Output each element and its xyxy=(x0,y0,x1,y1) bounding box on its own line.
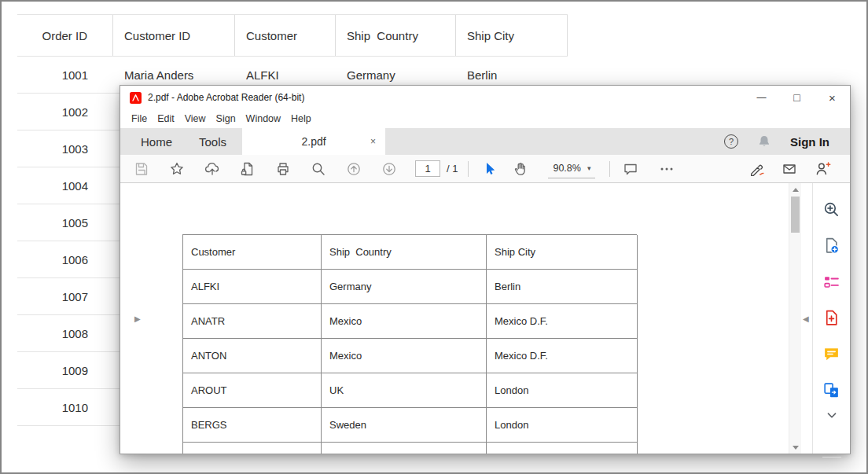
toolbar-divider xyxy=(609,161,610,177)
page-total-label: / 1 xyxy=(447,163,458,175)
grid-header-customer-id[interactable]: Customer ID xyxy=(113,15,235,56)
right-panel-toggle-icon[interactable]: ◀ xyxy=(803,314,809,323)
tab-document[interactable]: 2.pdf × xyxy=(242,128,385,155)
right-panel-strip: ◀ xyxy=(801,183,812,454)
rail-divider xyxy=(822,457,841,457)
grid-cell-order-id: 1003 xyxy=(17,130,113,167)
comment-tool-button[interactable] xyxy=(822,344,842,364)
menu-bar: File Edit View Sign Window Help xyxy=(120,109,850,128)
tab-close-icon[interactable]: × xyxy=(370,136,376,147)
menu-view[interactable]: View xyxy=(185,113,206,124)
toolbar-comment-group xyxy=(620,159,677,179)
pdf-row: AROUT UK London xyxy=(183,373,637,408)
screenshot-root: Order ID Customer ID Customer Ship Count… xyxy=(0,0,868,474)
pdf-cell: ANATR xyxy=(183,304,322,339)
pdf-cell xyxy=(322,443,487,454)
left-panel-toggle-icon[interactable]: ▶ xyxy=(134,314,141,323)
grid-header-customer[interactable]: Customer xyxy=(235,15,336,56)
save-icon xyxy=(134,161,149,177)
grid-header-ship-city[interactable]: Ship City xyxy=(456,15,568,56)
previous-page-button[interactable] xyxy=(344,159,364,179)
help-icon[interactable]: ? xyxy=(724,134,738,149)
protect-page-button[interactable] xyxy=(237,159,258,179)
rail-expand-button[interactable] xyxy=(822,405,842,425)
grid-cell-order-id: 1002 xyxy=(17,94,113,130)
pdf-cell: UK xyxy=(322,373,487,408)
hand-tool-icon xyxy=(513,161,528,177)
page-lock-icon xyxy=(240,161,256,177)
print-button[interactable] xyxy=(273,159,293,179)
maximize-button[interactable]: □ xyxy=(779,86,815,109)
sign-in-account-button[interactable] xyxy=(812,159,833,179)
find-button[interactable] xyxy=(308,159,329,179)
tab-bar: Home Tools 2.pdf × ? Sign In xyxy=(120,128,850,155)
menu-sign[interactable]: Sign xyxy=(216,113,236,124)
hand-tool-button[interactable] xyxy=(510,159,531,179)
pdf-cell: BERGS xyxy=(183,408,322,443)
create-pdf-button[interactable] xyxy=(822,235,842,255)
sign-in-button[interactable]: Sign In xyxy=(790,135,829,149)
menu-edit[interactable]: Edit xyxy=(157,113,175,124)
pdf-cell: ANTON xyxy=(183,339,322,373)
pdf-cell: Mexico D.F. xyxy=(487,304,638,339)
comment-bubble-icon xyxy=(623,161,638,177)
scroll-up-button[interactable] xyxy=(789,183,801,196)
chevron-down-icon: ▾ xyxy=(587,164,591,172)
notifications-bell-icon[interactable] xyxy=(757,134,771,149)
pdf-cell: London xyxy=(487,408,638,443)
scrollbar-thumb[interactable] xyxy=(791,197,800,233)
menu-file[interactable]: File xyxy=(131,113,147,124)
acrobat-window: 2.pdf - Adobe Acrobat Reader (64-bit) — … xyxy=(120,85,851,454)
favorite-button[interactable] xyxy=(167,159,187,179)
vertical-scrollbar[interactable] xyxy=(789,183,801,454)
email-button[interactable] xyxy=(779,159,800,179)
grid-header-ship-country[interactable]: Ship Country xyxy=(336,15,456,56)
edit-pdf-button[interactable] xyxy=(822,271,842,292)
export-pdf-button[interactable] xyxy=(822,307,842,328)
grid-cell-order-id: 1006 xyxy=(17,241,113,277)
close-button[interactable]: × xyxy=(815,86,850,109)
pdf-cell: London xyxy=(487,373,638,408)
pdf-row: BERGS Sweden London xyxy=(183,408,637,443)
grid-cell-order-id: 1008 xyxy=(17,315,113,351)
document-tab-label: 2.pdf xyxy=(301,135,326,148)
pdf-cell: Mexico xyxy=(322,339,487,373)
more-dots-icon xyxy=(659,161,675,177)
pdf-table: Customer Ship Country Ship City ALFKI Ge… xyxy=(182,234,637,454)
share-button[interactable] xyxy=(202,159,223,179)
fill-sign-button[interactable] xyxy=(746,159,767,179)
page-down-icon xyxy=(381,161,397,177)
zoom-level: 90.8% xyxy=(553,163,580,174)
acrobat-app-icon xyxy=(130,92,142,104)
scroll-down-button[interactable] xyxy=(789,441,801,454)
marquee-zoom-button[interactable] xyxy=(822,199,842,219)
menu-window[interactable]: Window xyxy=(246,113,281,124)
comment-button[interactable] xyxy=(620,159,641,179)
zoom-dropdown[interactable]: 90.8% ▾ xyxy=(548,160,595,178)
title-bar: 2.pdf - Adobe Acrobat Reader (64-bit) — … xyxy=(120,86,850,109)
fill-sign-pen-icon xyxy=(748,160,765,177)
page-number-input[interactable] xyxy=(415,160,440,177)
tab-tools[interactable]: Tools xyxy=(185,128,241,155)
select-arrow-icon xyxy=(481,161,497,177)
grid-cell-order-id: 1010 xyxy=(17,389,113,425)
menu-help[interactable]: Help xyxy=(291,113,311,124)
combine-files-button[interactable] xyxy=(822,380,842,400)
pdf-cell: Sweden xyxy=(322,408,487,443)
pdf-cell: ALFKI xyxy=(183,270,322,304)
tab-bar-right: ? Sign In xyxy=(724,128,829,155)
more-options-button[interactable] xyxy=(657,159,677,179)
pdf-row: ANTON Mexico Mexico D.F. xyxy=(183,339,637,373)
next-page-button[interactable] xyxy=(379,159,399,179)
export-pdf-icon xyxy=(822,309,840,327)
minimize-button[interactable]: — xyxy=(744,86,779,109)
toolbar-divider xyxy=(468,161,469,177)
search-icon xyxy=(311,161,326,177)
grid-header-order-id[interactable]: Order ID xyxy=(17,15,113,56)
toolbar-right-group xyxy=(746,159,833,179)
pdf-row: ALFKI Germany Berlin xyxy=(183,270,637,304)
tab-home[interactable]: Home xyxy=(128,128,185,155)
pdf-row: ANATR Mexico Mexico D.F. xyxy=(183,304,637,339)
save-button[interactable] xyxy=(131,159,152,179)
select-tool-button[interactable] xyxy=(479,159,499,179)
